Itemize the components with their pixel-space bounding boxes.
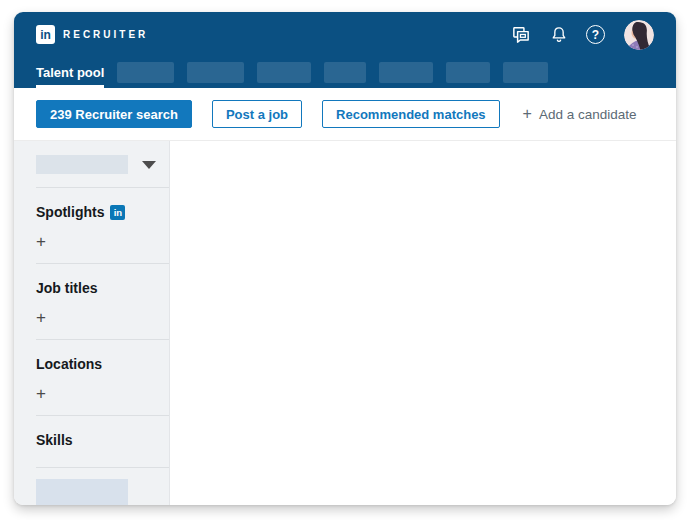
spacer bbox=[36, 448, 169, 454]
linkedin-recruiter-logo[interactable]: in RECRUITER bbox=[36, 25, 148, 44]
recommended-matches-button[interactable]: Recommended matches bbox=[322, 100, 500, 128]
tab-bar: Talent pool bbox=[36, 57, 654, 88]
sidebar-divider bbox=[36, 467, 169, 468]
messaging-icon[interactable] bbox=[510, 24, 532, 46]
tab-placeholder[interactable] bbox=[324, 62, 366, 83]
sidebar-divider bbox=[36, 415, 169, 416]
action-bar: 239 Recruiter search Post a job Recommen… bbox=[14, 88, 676, 141]
sidebar-bottom-placeholder bbox=[36, 479, 128, 505]
section-skills-label: Skills bbox=[36, 432, 73, 448]
filter-dropdown[interactable] bbox=[36, 155, 169, 174]
section-job-titles-label: Job titles bbox=[36, 280, 97, 296]
tab-placeholder[interactable] bbox=[446, 62, 490, 83]
filters-sidebar: Spotlights in + Job titles + Locations +… bbox=[14, 141, 170, 505]
add-location-button[interactable]: + bbox=[36, 385, 52, 402]
recruiter-app-window: in RECRUITER ? bbox=[14, 12, 676, 505]
sidebar-divider bbox=[36, 263, 169, 264]
header-top-row: in RECRUITER ? bbox=[36, 12, 654, 57]
section-spotlights: Spotlights in bbox=[36, 204, 169, 220]
add-spotlight-button[interactable]: + bbox=[36, 233, 52, 250]
add-job-title-button[interactable]: + bbox=[36, 309, 52, 326]
dropdown-value-placeholder bbox=[36, 155, 128, 174]
tab-placeholder[interactable] bbox=[257, 62, 311, 83]
content-area: Spotlights in + Job titles + Locations +… bbox=[14, 141, 676, 505]
linkedin-logo-icon: in bbox=[36, 25, 55, 44]
chevron-down-icon bbox=[142, 161, 156, 169]
product-name: RECRUITER bbox=[63, 29, 148, 40]
help-icon[interactable]: ? bbox=[586, 25, 605, 44]
header-icons: ? bbox=[510, 20, 654, 50]
tab-talent-pool[interactable]: Talent pool bbox=[36, 57, 104, 88]
tab-placeholder[interactable] bbox=[117, 62, 174, 83]
post-a-job-button[interactable]: Post a job bbox=[212, 100, 302, 128]
section-locations: Locations bbox=[36, 356, 169, 372]
tab-placeholder[interactable] bbox=[187, 62, 244, 83]
plus-icon: + bbox=[523, 106, 532, 122]
sidebar-divider bbox=[36, 339, 169, 340]
results-main-area bbox=[170, 141, 676, 505]
app-header: in RECRUITER ? bbox=[14, 12, 676, 88]
tab-placeholder[interactable] bbox=[379, 62, 433, 83]
section-job-titles: Job titles bbox=[36, 280, 169, 296]
user-avatar[interactable] bbox=[624, 20, 654, 50]
tab-placeholder[interactable] bbox=[503, 62, 548, 83]
section-skills: Skills bbox=[36, 432, 169, 448]
notifications-bell-icon[interactable] bbox=[549, 25, 569, 45]
section-spotlights-label: Spotlights bbox=[36, 204, 104, 220]
recruiter-search-button[interactable]: 239 Recruiter search bbox=[36, 100, 192, 128]
section-locations-label: Locations bbox=[36, 356, 102, 372]
linkedin-badge-icon: in bbox=[110, 205, 125, 220]
add-candidate-label: Add a candidate bbox=[539, 107, 637, 122]
sidebar-divider bbox=[36, 187, 169, 188]
add-candidate-button[interactable]: + Add a candidate bbox=[523, 106, 637, 122]
